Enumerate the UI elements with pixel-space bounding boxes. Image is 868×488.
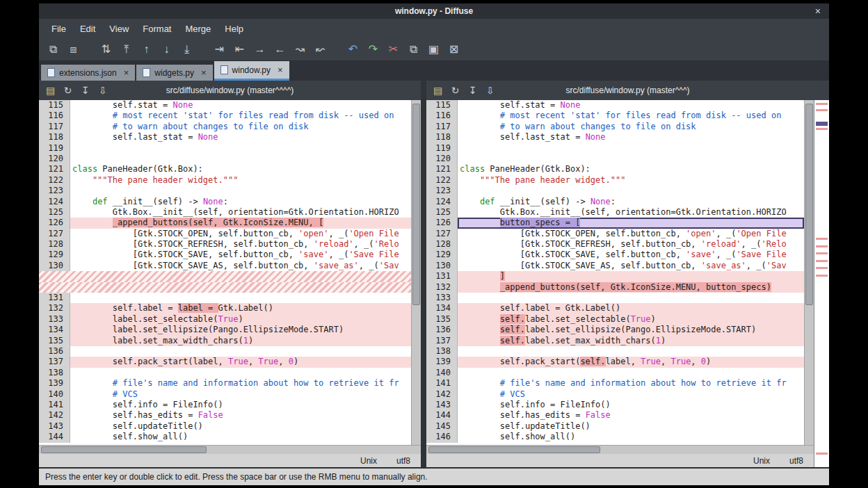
right-hscrollbar-thumb[interactable] (428, 446, 600, 453)
code-line[interactable]: 129 [Gtk.STOCK_SAVE, self.button_cb, 'sa… (39, 250, 411, 260)
tab-window-py[interactable]: window.py× (214, 61, 289, 81)
code-line[interactable]: 145 self.updateTitle() (426, 421, 804, 432)
redo-button[interactable]: ↷ (363, 40, 383, 58)
tab-close-button[interactable]: × (201, 67, 207, 78)
copy-left-into-selection-button[interactable]: → (250, 40, 270, 58)
code-line[interactable]: 141 self.info = FileInfo() (39, 400, 411, 410)
reload-file-button[interactable]: ↻ (59, 82, 77, 99)
code-line[interactable]: 134 label.set_ellipsize(Pango.EllipsizeM… (39, 325, 411, 335)
left-hscrollbar[interactable] (39, 445, 421, 454)
code-line[interactable]: 118 self.last_stat = None (426, 132, 804, 143)
code-line[interactable]: 121class PaneHeader(Gtk.Box): (426, 164, 804, 174)
menu-format[interactable]: Format (136, 21, 178, 37)
menu-merge[interactable]: Merge (178, 21, 218, 37)
code-line[interactable]: 130 [Gtk.STOCK_SAVE_AS, self.button_cb, … (39, 261, 411, 271)
right-vscrollbar-thumb[interactable] (805, 104, 813, 305)
right-vscrollbar[interactable] (804, 100, 814, 445)
code-line[interactable]: 132 self.label = label = Gtk.Label() (39, 303, 411, 314)
left-vscrollbar[interactable] (411, 100, 421, 445)
save-file-button[interactable]: ↧ (77, 82, 94, 99)
left-hscrollbar-thumb[interactable] (41, 446, 207, 453)
code-line[interactable]: 137 self.pack_start(label, True, True, 0… (39, 357, 411, 367)
previous-difference-button[interactable]: ↑ (136, 40, 156, 58)
code-line[interactable]: 125 Gtk.Box.__init__(self, orientation=G… (39, 207, 411, 218)
code-line[interactable]: 124 def __init__(self) -> None: (39, 197, 411, 207)
code-line[interactable]: 131 (39, 293, 411, 303)
code-line[interactable]: 115 self.stat = None (426, 100, 804, 111)
code-line[interactable]: 141 # file's name and information about … (426, 378, 804, 389)
open-file-button[interactable]: ▤ (429, 82, 447, 99)
code-line[interactable]: 123 (39, 186, 411, 196)
code-line[interactable]: 126 _append_buttons(self, Gtk.IconSize.M… (39, 218, 411, 228)
code-line[interactable]: 132 _append_buttons(self, Gtk.IconSize.M… (426, 282, 804, 293)
code-line[interactable]: 138 (426, 346, 804, 357)
menu-edit[interactable]: Edit (73, 21, 102, 37)
code-line[interactable]: 136 (39, 346, 411, 357)
code-line[interactable]: 127 [Gtk.STOCK_OPEN, self.button_cb, 'op… (39, 229, 411, 239)
last-difference-button[interactable]: ⤓ (177, 40, 197, 58)
save-file-as-button[interactable]: ⇩ (94, 82, 111, 99)
code-line[interactable]: 138 (39, 368, 411, 378)
right-hscrollbar[interactable] (426, 445, 814, 454)
tab-close-button[interactable]: × (124, 67, 129, 78)
code-line[interactable]: 130 [Gtk.STOCK_SAVE_AS, self.button_cb, … (426, 261, 804, 271)
save-file-as-button[interactable]: ⇩ (481, 82, 499, 99)
left-vscrollbar-thumb[interactable] (412, 104, 420, 305)
code-line[interactable]: 120 (39, 154, 411, 164)
code-line[interactable]: 139 # file's name and information about … (39, 378, 411, 389)
undo-button[interactable]: ↶ (343, 40, 363, 58)
first-difference-button[interactable]: ⤒ (116, 40, 136, 58)
code-line[interactable]: 136 self.label.set_ellipsize(Pango.Ellip… (426, 325, 804, 335)
code-line[interactable]: 123 (426, 186, 804, 196)
code-line[interactable]: 129 [Gtk.STOCK_SAVE, self.button_cb, 'sa… (426, 250, 804, 260)
new-3way-file-merge-button[interactable]: ⧈ (63, 40, 83, 58)
copy-right-into-selection-button[interactable]: ← (270, 40, 290, 58)
merge-from-left-then-right-button[interactable]: ↝ (290, 40, 310, 58)
copy-button[interactable]: ⧉ (403, 40, 424, 58)
code-line[interactable]: 120 (426, 154, 804, 164)
code-line[interactable]: 144 self.show_all() (39, 432, 411, 442)
code-line[interactable]: 135 self.label.set_selectable(True) (426, 314, 804, 325)
code-line[interactable]: 142 # VCS (426, 389, 804, 400)
diff-map[interactable] (814, 100, 829, 467)
code-line[interactable]: 119 (426, 143, 804, 154)
code-line[interactable]: 128 [Gtk.STOCK_REFRESH, self.button_cb, … (39, 239, 411, 250)
code-line[interactable]: 124 def __init__(self) -> None: (426, 197, 804, 207)
menu-view[interactable]: View (102, 21, 136, 37)
code-line[interactable]: 143 self.info = FileInfo() (426, 400, 804, 410)
save-file-button[interactable]: ↧ (464, 82, 481, 99)
copy-selection-right-button[interactable]: ⇥ (209, 40, 230, 58)
code-line[interactable]: 144 self.has_edits = False (426, 410, 804, 421)
code-line[interactable]: 140 (426, 368, 804, 378)
code-line[interactable]: 117 # to warn about changes to file on d… (426, 122, 804, 132)
code-line[interactable]: 119 (39, 143, 411, 154)
code-line[interactable]: 140 # VCS (39, 389, 411, 400)
copy-selection-left-button[interactable]: ⇤ (230, 40, 250, 58)
code-line[interactable]: 127 [Gtk.STOCK_OPEN, self.button_cb, 'op… (426, 229, 804, 239)
new-2way-file-merge-button[interactable]: ⧉ (43, 40, 63, 58)
menu-help[interactable]: Help (218, 21, 250, 37)
code-line[interactable]: 133 label.set_selectable(True) (39, 314, 411, 325)
code-line[interactable]: 131 ] (426, 271, 804, 282)
open-file-button[interactable]: ▤ (42, 82, 59, 99)
code-line[interactable]: 128 [Gtk.STOCK_REFRESH, self.button_cb, … (426, 239, 804, 250)
next-difference-button[interactable]: ↓ (156, 40, 177, 58)
code-line[interactable]: 122 """The pane header widget.""" (39, 175, 411, 186)
paste-button[interactable]: ▣ (424, 40, 444, 58)
tab-extensions-json[interactable]: extensions.json× (41, 65, 135, 81)
code-line[interactable]: 133 (426, 293, 804, 303)
tab-close-button[interactable]: × (278, 65, 283, 75)
code-line[interactable]: 117 # to warn about changes to file on d… (39, 122, 411, 132)
code-line[interactable]: 134 self.label = Gtk.Label() (426, 303, 804, 314)
code-line[interactable]: 118 self.last_stat = None (39, 132, 411, 143)
code-line[interactable]: 115 self.stat = None (39, 100, 411, 111)
code-line[interactable]: 143 self.updateTitle() (39, 421, 411, 432)
tab-widgets-py[interactable]: widgets.py× (136, 65, 212, 81)
code-line[interactable]: 139 self.pack_start(self.label, True, Tr… (426, 357, 804, 367)
code-line[interactable]: 135 label.set_max_width_chars(1) (39, 336, 411, 346)
clear-edits-button[interactable]: ⊠ (444, 40, 464, 58)
reload-file-button[interactable]: ↻ (447, 82, 464, 99)
code-line[interactable]: 146 self.show_all() (426, 432, 804, 442)
cut-button[interactable]: ✂ (383, 40, 403, 58)
code-line[interactable]: 122 """The pane header widget.""" (426, 175, 804, 186)
